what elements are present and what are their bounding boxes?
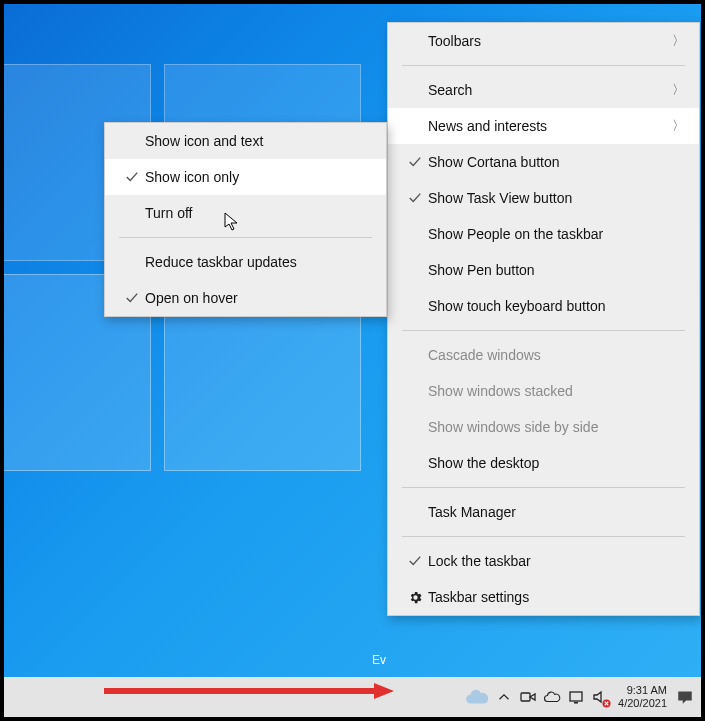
- menu-touchkbd[interactable]: Show touch keyboard button: [388, 288, 699, 324]
- menu-showdesk[interactable]: Show the desktop: [388, 445, 699, 481]
- menu-cascade: Cascade windows: [388, 337, 699, 373]
- menu-toolbars[interactable]: Toolbars 〉: [388, 23, 699, 59]
- menu-toolbars-label: Toolbars: [428, 33, 672, 49]
- menu-settings-label: Taskbar settings: [428, 589, 685, 605]
- system-tray: 9:31 AM 4/20/2021: [464, 684, 695, 710]
- submenu-reduce-updates[interactable]: Reduce taskbar updates: [105, 244, 386, 280]
- separator: [119, 237, 372, 238]
- chevron-up-icon[interactable]: [494, 687, 514, 707]
- menu-showdesk-label: Show the desktop: [428, 455, 685, 471]
- svg-rect-0: [104, 688, 374, 694]
- svg-rect-2: [521, 693, 530, 701]
- submenu-reduce-label: Reduce taskbar updates: [145, 254, 372, 270]
- menu-search-label: Search: [428, 82, 672, 98]
- svg-marker-1: [374, 683, 394, 699]
- action-center-icon[interactable]: [675, 687, 695, 707]
- menu-news-interests-label: News and interests: [428, 118, 672, 134]
- check-icon: [119, 170, 145, 184]
- menu-touchkbd-label: Show touch keyboard button: [428, 298, 685, 314]
- menu-pen-label: Show Pen button: [428, 262, 685, 278]
- menu-news-interests[interactable]: News and interests 〉: [388, 108, 699, 144]
- submenu-icon-only-label: Show icon only: [145, 169, 372, 185]
- check-icon: [402, 155, 428, 169]
- menu-lock[interactable]: Lock the taskbar: [388, 543, 699, 579]
- eval-watermark: Ev: [372, 653, 386, 667]
- submenu-turn-off[interactable]: Turn off: [105, 195, 386, 231]
- onedrive-icon[interactable]: [542, 687, 562, 707]
- clock-time: 9:31 AM: [618, 684, 667, 697]
- menu-people[interactable]: Show People on the taskbar: [388, 216, 699, 252]
- menu-cascade-label: Cascade windows: [428, 347, 685, 363]
- meet-now-icon[interactable]: [518, 687, 538, 707]
- menu-people-label: Show People on the taskbar: [428, 226, 685, 242]
- check-icon: [402, 191, 428, 205]
- svg-rect-4: [574, 702, 578, 704]
- separator: [402, 487, 685, 488]
- menu-sidebyside-label: Show windows side by side: [428, 419, 685, 435]
- menu-taskmgr[interactable]: Task Manager: [388, 494, 699, 530]
- menu-stacked-label: Show windows stacked: [428, 383, 685, 399]
- menu-taskmgr-label: Task Manager: [428, 504, 685, 520]
- gear-icon: [402, 590, 428, 605]
- submenu-open-on-hover[interactable]: Open on hover: [105, 280, 386, 316]
- menu-taskview[interactable]: Show Task View button: [388, 180, 699, 216]
- weather-icon[interactable]: [464, 684, 490, 710]
- taskbar-clock[interactable]: 9:31 AM 4/20/2021: [614, 684, 671, 710]
- news-interests-submenu: Show icon and text Show icon only Turn o…: [104, 122, 387, 317]
- menu-search[interactable]: Search 〉: [388, 72, 699, 108]
- separator: [402, 65, 685, 66]
- submenu-openhover-label: Open on hover: [145, 290, 372, 306]
- annotation-arrow-icon: [104, 683, 394, 699]
- check-icon: [119, 291, 145, 305]
- chevron-right-icon: 〉: [672, 81, 685, 99]
- taskbar-context-menu: Toolbars 〉 Search 〉 News and interests 〉…: [387, 22, 700, 616]
- submenu-turnoff-label: Turn off: [145, 205, 372, 221]
- separator: [402, 330, 685, 331]
- volume-icon[interactable]: [590, 687, 610, 707]
- screen-snip-icon[interactable]: [566, 687, 586, 707]
- menu-settings[interactable]: Taskbar settings: [388, 579, 699, 615]
- menu-taskview-label: Show Task View button: [428, 190, 685, 206]
- submenu-icon-only[interactable]: Show icon only: [105, 159, 386, 195]
- menu-sidebyside: Show windows side by side: [388, 409, 699, 445]
- submenu-icon-text-label: Show icon and text: [145, 133, 372, 149]
- separator: [402, 536, 685, 537]
- menu-stacked: Show windows stacked: [388, 373, 699, 409]
- submenu-icon-text[interactable]: Show icon and text: [105, 123, 386, 159]
- check-icon: [402, 554, 428, 568]
- menu-lock-label: Lock the taskbar: [428, 553, 685, 569]
- chevron-right-icon: 〉: [672, 117, 685, 135]
- svg-rect-3: [570, 692, 582, 701]
- clock-date: 4/20/2021: [618, 697, 667, 710]
- desktop[interactable]: Ev Toolbars 〉 Search 〉 News and interest…: [4, 4, 701, 717]
- menu-pen[interactable]: Show Pen button: [388, 252, 699, 288]
- menu-cortana-label: Show Cortana button: [428, 154, 685, 170]
- menu-cortana[interactable]: Show Cortana button: [388, 144, 699, 180]
- cursor-icon: [224, 212, 240, 232]
- chevron-right-icon: 〉: [672, 32, 685, 50]
